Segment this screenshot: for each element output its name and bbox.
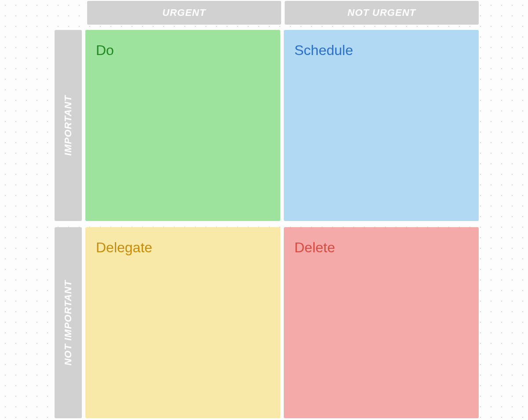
row-header-important: IMPORTANT — [55, 30, 82, 221]
quadrant-delete[interactable]: Delete — [284, 227, 479, 418]
column-header-not-urgent: NOT URGENT — [285, 1, 479, 25]
column-headers: URGENT NOT URGENT — [87, 1, 479, 25]
eisenhower-matrix: URGENT NOT URGENT IMPORTANT Do Schedule … — [55, 1, 479, 419]
column-header-urgent-label: URGENT — [162, 7, 206, 18]
quadrant-do[interactable]: Do — [85, 30, 280, 221]
quadrant-do-title: Do — [96, 42, 270, 59]
matrix-body: IMPORTANT Do Schedule NOT IMPORTANT Dele… — [55, 30, 479, 418]
row-header-important-label: IMPORTANT — [62, 95, 74, 156]
quadrant-schedule[interactable]: Schedule — [284, 30, 479, 221]
column-header-urgent: URGENT — [87, 1, 281, 25]
column-header-not-urgent-label: NOT URGENT — [348, 7, 416, 18]
matrix-row-not-important: NOT IMPORTANT Delegate Delete — [55, 227, 479, 418]
row-header-not-important: NOT IMPORTANT — [55, 227, 82, 418]
quadrant-delete-title: Delete — [294, 239, 468, 256]
row-header-not-important-label: NOT IMPORTANT — [62, 280, 74, 365]
quadrant-delegate[interactable]: Delegate — [85, 227, 280, 418]
matrix-row-important: IMPORTANT Do Schedule — [55, 30, 479, 221]
quadrant-delegate-title: Delegate — [96, 239, 270, 256]
quadrant-schedule-title: Schedule — [294, 42, 468, 59]
